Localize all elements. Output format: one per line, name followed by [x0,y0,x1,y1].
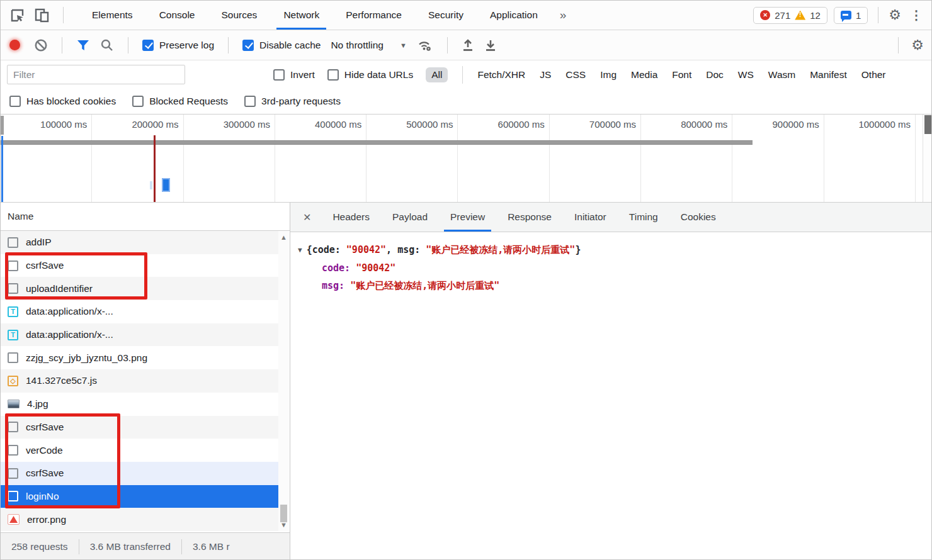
record-button[interactable] [9,40,20,50]
timeline-scrubber-bar[interactable] [1,140,753,145]
type-filter-fetch-xhr[interactable]: Fetch/XHR [477,69,525,81]
tab-security[interactable]: Security [415,1,477,30]
type-filter-ws[interactable]: WS [738,69,754,81]
type-filter-other[interactable]: Other [861,69,886,81]
request-waterfall-bar-faint [150,181,152,189]
hide-data-urls-checkbox[interactable]: Hide data URLs [327,69,413,81]
timeline-scrollbar[interactable] [923,115,932,203]
preserve-log-checkbox[interactable]: Preserve log [142,40,214,51]
tab-initiator[interactable]: Initiator [563,203,618,232]
issues-badge[interactable]: 1 [834,7,868,24]
tab-headers[interactable]: Headers [321,203,381,232]
type-filter-font[interactable]: Font [672,69,691,81]
request-row[interactable]: T data:application/x-... [1,300,278,323]
scrollbar-thumb[interactable] [924,115,932,134]
has-blocked-cookies-checkbox[interactable]: Has blocked cookies [9,96,116,107]
request-row[interactable]: uploadIdentifier [1,277,278,300]
type-filter-manifest[interactable]: Manifest [810,69,847,81]
filter-icon[interactable] [76,39,90,52]
name-column-header[interactable]: Name [1,203,290,231]
request-row[interactable]: zzjg_scy_jyb_jyzntu_03.png [1,346,278,369]
more-tabs-chevron-icon[interactable]: » [551,8,576,22]
request-row[interactable]: csrfSave [1,254,278,277]
throttling-select[interactable]: No throttling ▼ [331,40,406,51]
network-settings-gear-icon[interactable]: ⚙ [911,38,924,52]
type-filter-media[interactable]: Media [631,69,657,81]
tab-timing[interactable]: Timing [618,203,669,232]
third-party-requests-checkbox[interactable]: 3rd-party requests [244,96,341,107]
has-blocked-cookies-label: Has blocked cookies [26,96,116,107]
json-key: code: [312,244,346,255]
type-filter-doc[interactable]: Doc [706,69,724,81]
request-name: verCode [26,445,63,456]
tab-network[interactable]: Network [270,1,332,30]
request-name: loginNo [26,491,59,502]
request-row[interactable]: csrfSave [1,416,278,439]
blocked-requests-checkbox[interactable]: Blocked Requests [132,96,228,107]
tab-performance[interactable]: Performance [332,1,415,30]
timeline-tick: 1000000 ms [824,115,916,203]
scroll-up-icon[interactable]: ▲ [278,233,289,241]
script-type-icon: ◇ [8,376,18,386]
search-icon[interactable] [100,38,114,52]
tab-preview[interactable]: Preview [439,203,496,232]
type-filter-css[interactable]: CSS [565,69,586,81]
divider [62,37,62,53]
scrollbar-thumb[interactable] [280,505,287,522]
network-filter-bar: Invert Hide data URLs All Fetch/XHR JS C… [1,60,932,89]
disable-cache-checkbox[interactable]: Disable cache [242,40,321,51]
request-name: addIP [26,237,52,248]
request-row[interactable]: T data:application/x-... [1,323,278,347]
plain-request-icon [8,422,18,432]
errors-warnings-badge[interactable]: 271 12 [753,7,827,24]
request-type-filters: All Fetch/XHR JS CSS Img Media Font Doc … [426,66,885,84]
device-toolbar-icon[interactable] [34,8,50,23]
request-list-scrollbar[interactable]: ▲ ▼ [278,231,289,531]
request-name: 4.jpg [27,398,48,410]
type-filter-js[interactable]: JS [540,69,551,81]
json-close-brace: } [575,244,581,255]
request-name: uploadIdentifier [26,283,93,294]
type-filter-img[interactable]: Img [600,69,617,81]
network-conditions-icon[interactable] [417,38,433,52]
menu-kebab-icon[interactable]: ⋮ [907,8,925,23]
preserve-log-label: Preserve log [159,40,214,51]
tab-application[interactable]: Application [477,1,551,30]
request-row-selected[interactable]: loginNo [1,485,278,508]
request-row[interactable]: error.png [1,508,278,531]
close-details-icon[interactable]: ✕ [290,211,321,223]
request-row[interactable]: verCode [1,439,278,462]
json-open-brace: { [307,244,312,255]
request-row[interactable]: addIP [1,231,278,254]
settings-gear-icon[interactable]: ⚙ [889,8,901,22]
tab-payload[interactable]: Payload [381,203,439,232]
inspect-element-icon[interactable] [9,8,25,23]
divider [878,7,878,23]
tab-elements[interactable]: Elements [79,1,146,30]
scroll-down-icon[interactable]: ▼ [278,521,289,529]
json-separator: , [386,244,397,255]
tab-sources[interactable]: Sources [208,1,271,30]
type-filter-wasm[interactable]: Wasm [768,69,795,81]
hide-data-urls-label: Hide data URLs [344,69,413,81]
import-har-icon[interactable] [462,38,474,52]
timeline-tick: 300000 ms [184,115,275,203]
request-row[interactable]: csrfSave [1,462,278,485]
request-waterfall-bar[interactable] [162,178,170,192]
network-overview-timeline[interactable]: 100000 ms 200000 ms 300000 ms 400000 ms … [1,115,932,203]
filter-input[interactable] [7,65,185,84]
request-row[interactable]: ◇ 141.327ce5c7.js [1,369,278,393]
request-row[interactable]: 4.jpg [1,393,278,416]
request-name: zzjg_scy_jyb_jyzntu_03.png [26,352,147,364]
disclosure-triangle-icon[interactable]: ▼ [298,246,302,254]
request-name: error.png [27,514,66,525]
export-har-icon[interactable] [484,38,497,52]
clear-icon[interactable] [34,38,48,52]
type-filter-all[interactable]: All [426,67,448,82]
disable-cache-label: Disable cache [259,40,321,51]
tab-console[interactable]: Console [146,1,208,30]
tab-response[interactable]: Response [496,203,563,232]
json-entry-line: code: "90042" [298,259,932,277]
invert-checkbox[interactable]: Invert [273,69,315,81]
tab-cookies[interactable]: Cookies [669,203,727,232]
